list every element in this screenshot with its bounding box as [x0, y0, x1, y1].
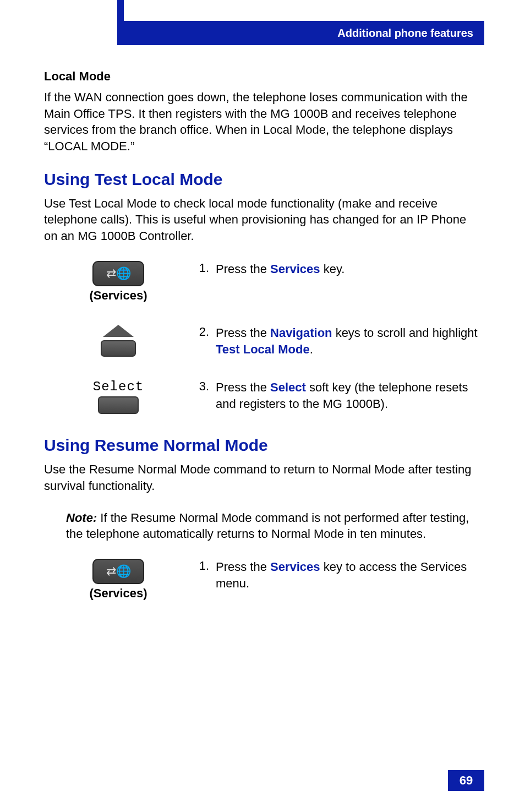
header-accent-fill: [117, 21, 124, 45]
step-text: Press the Navigation keys to scroll and …: [216, 325, 482, 357]
content-area: Local Mode If the WAN connection goes do…: [44, 65, 482, 623]
step-text: Press the Select soft key (the telephone…: [216, 379, 482, 412]
services-key-icon: ⇄🌐: [92, 261, 144, 286]
nav-down-button-icon: [101, 340, 136, 357]
step1-pre: Press the: [216, 262, 270, 276]
globe-arrow-icon: ⇄🌐: [106, 266, 131, 281]
section2-intro: Use the Resume Normal Mode command to re…: [44, 461, 482, 494]
keyword-test-local-mode: Test Local Mode: [216, 342, 310, 356]
step3-pre: Press the: [216, 380, 270, 394]
header-accent-bar: [117, 0, 124, 21]
note-block: Note: If the Resume Normal Mode command …: [66, 510, 473, 542]
navigation-keys-icon: [101, 325, 136, 357]
softkey-button-icon: [98, 396, 139, 414]
step-row: 2. Press the Navigation keys to scroll a…: [44, 325, 482, 357]
note-label: Note:: [66, 511, 97, 525]
section-using-resume-normal-mode: Using Resume Normal Mode: [44, 436, 482, 455]
step-number: 3.: [193, 379, 216, 394]
s2-step1-pre: Press the: [216, 560, 270, 574]
step-icon-col: ⇄🌐 (Services): [44, 261, 193, 303]
keyword-select: Select: [270, 380, 306, 394]
header-bar: Additional phone features: [124, 21, 484, 45]
nav-up-icon: [103, 325, 134, 337]
step-row: ⇄🌐 (Services) 1. Press the Services key …: [44, 559, 482, 601]
select-label: Select: [93, 379, 144, 394]
step1-post: key.: [320, 262, 345, 276]
page-number: 69: [448, 770, 484, 791]
services-key-icon: ⇄🌐: [92, 559, 144, 584]
step-icon-col: [44, 325, 193, 357]
step2-mid: keys to scroll and highlight: [332, 326, 478, 340]
step-icon-col: Select: [44, 379, 193, 414]
step2-post2: .: [310, 342, 313, 356]
header-title: Additional phone features: [337, 27, 473, 40]
step-row: ⇄🌐 (Services) 1. Press the Services key.: [44, 261, 482, 303]
step-number: 2.: [193, 325, 216, 339]
section-using-test-local-mode: Using Test Local Mode: [44, 170, 482, 189]
page: Additional phone features Local Mode If …: [0, 0, 525, 812]
keyword-navigation: Navigation: [270, 326, 332, 340]
globe-arrow-icon: ⇄🌐: [106, 564, 131, 579]
local-mode-paragraph: If the WAN connection goes down, the tel…: [44, 89, 482, 155]
step-number: 1.: [193, 261, 216, 275]
step-icon-col: ⇄🌐 (Services): [44, 559, 193, 601]
step-text: Press the Services key.: [216, 261, 482, 277]
step-number: 1.: [193, 559, 216, 573]
step-row: Select 3. Press the Select soft key (the…: [44, 379, 482, 414]
services-key-caption: (Services): [89, 586, 147, 601]
keyword-services: Services: [270, 262, 320, 276]
select-softkey-group: Select: [93, 379, 144, 414]
section1-intro: Use Test Local Mode to check local mode …: [44, 195, 482, 244]
step-text: Press the Services key to access the Ser…: [216, 559, 482, 591]
services-key-caption: (Services): [89, 288, 147, 303]
local-mode-heading: Local Mode: [44, 69, 482, 84]
keyword-services: Services: [270, 560, 320, 574]
step2-pre: Press the: [216, 326, 270, 340]
note-text: If the Resume Normal Mode command is not…: [66, 511, 469, 541]
